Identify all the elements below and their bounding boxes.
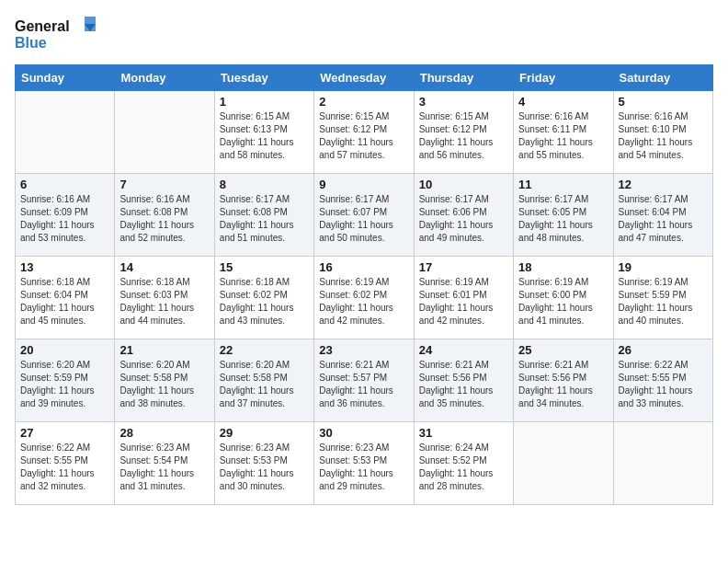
sunrise-text: Sunrise: 6:23 AM [220,442,309,454]
sunset-text: Sunset: 5:58 PM [220,372,309,385]
calendar-cell: 9Sunrise: 6:17 AMSunset: 6:07 PMDaylight… [314,173,414,256]
daylight-text: Daylight: 11 hours and 35 minutes. [419,385,508,410]
calendar-cell: 2Sunrise: 6:15 AMSunset: 6:12 PMDaylight… [314,90,414,173]
sunset-text: Sunset: 6:10 PM [619,123,708,136]
day-info: Sunrise: 6:15 AMSunset: 6:12 PMDaylight:… [319,110,408,162]
calendar-cell: 22Sunrise: 6:20 AMSunset: 5:58 PMDayligh… [214,339,313,421]
day-info: Sunrise: 6:20 AMSunset: 5:58 PMDaylight:… [119,359,209,410]
daylight-text: Daylight: 11 hours and 49 minutes. [419,219,508,245]
calendar-cell: 14Sunrise: 6:18 AMSunset: 6:03 PMDayligh… [115,256,214,339]
day-number: 4 [518,95,608,109]
sunset-text: Sunset: 6:05 PM [518,206,608,219]
day-info: Sunrise: 6:17 AMSunset: 6:06 PMDaylight:… [419,193,508,245]
calendar-cell: 8Sunrise: 6:17 AMSunset: 6:08 PMDaylight… [214,173,313,256]
daylight-text: Daylight: 11 hours and 51 minutes. [220,219,309,245]
day-info: Sunrise: 6:24 AMSunset: 5:52 PMDaylight:… [419,442,508,493]
day-number: 24 [419,343,508,357]
calendar-cell: 20Sunrise: 6:20 AMSunset: 5:59 PMDayligh… [16,339,115,421]
day-number: 19 [619,260,708,274]
calendar-cell: 1Sunrise: 6:15 AMSunset: 6:13 PMDaylight… [214,90,313,173]
day-number: 22 [220,343,309,357]
calendar-cell: 25Sunrise: 6:21 AMSunset: 5:56 PMDayligh… [514,339,613,421]
svg-text:Blue: Blue [15,35,47,51]
day-info: Sunrise: 6:15 AMSunset: 6:13 PMDaylight:… [220,110,309,162]
calendar-cell: 23Sunrise: 6:21 AMSunset: 5:57 PMDayligh… [314,339,414,421]
weekday-header-wednesday: Wednesday [314,64,414,90]
day-number: 14 [119,260,209,274]
calendar-cell: 29Sunrise: 6:23 AMSunset: 5:53 PMDayligh… [214,421,313,504]
calendar-cell: 15Sunrise: 6:18 AMSunset: 6:02 PMDayligh… [214,256,313,339]
calendar-cell: 30Sunrise: 6:23 AMSunset: 5:53 PMDayligh… [314,421,414,504]
daylight-text: Daylight: 11 hours and 45 minutes. [20,302,109,327]
daylight-text: Daylight: 11 hours and 48 minutes. [518,219,608,245]
day-number: 6 [20,178,109,191]
sunrise-text: Sunrise: 6:22 AM [20,442,109,454]
svg-text:General: General [15,18,70,34]
day-info: Sunrise: 6:19 AMSunset: 5:59 PMDaylight:… [619,276,708,327]
calendar-cell: 11Sunrise: 6:17 AMSunset: 6:05 PMDayligh… [514,173,613,256]
sunrise-text: Sunrise: 6:16 AM [20,193,109,206]
calendar-cell [613,421,712,504]
calendar-cell: 17Sunrise: 6:19 AMSunset: 6:01 PMDayligh… [414,256,513,339]
weekday-header-friday: Friday [514,64,613,90]
day-number: 5 [619,95,708,109]
day-number: 3 [419,95,508,109]
calendar-cell: 18Sunrise: 6:19 AMSunset: 6:00 PMDayligh… [514,256,613,339]
sunrise-text: Sunrise: 6:16 AM [619,110,708,123]
daylight-text: Daylight: 11 hours and 47 minutes. [619,219,708,245]
sunrise-text: Sunrise: 6:17 AM [319,193,408,206]
sunset-text: Sunset: 6:08 PM [119,206,209,219]
sunset-text: Sunset: 5:55 PM [619,372,708,385]
day-info: Sunrise: 6:23 AMSunset: 5:54 PMDaylight:… [119,442,209,493]
daylight-text: Daylight: 11 hours and 55 minutes. [518,136,608,162]
day-info: Sunrise: 6:23 AMSunset: 5:53 PMDaylight:… [220,442,309,493]
calendar-cell: 12Sunrise: 6:17 AMSunset: 6:04 PMDayligh… [613,173,712,256]
daylight-text: Daylight: 11 hours and 29 minutes. [319,467,408,493]
sunrise-text: Sunrise: 6:17 AM [419,193,508,206]
day-number: 26 [619,343,708,357]
day-number: 21 [119,343,209,357]
calendar-cell: 3Sunrise: 6:15 AMSunset: 6:12 PMDaylight… [414,90,513,173]
sunset-text: Sunset: 6:12 PM [419,123,508,136]
sunset-text: Sunset: 6:11 PM [518,123,608,136]
day-info: Sunrise: 6:22 AMSunset: 5:55 PMDaylight:… [619,359,708,410]
calendar-cell [115,90,214,173]
calendar-cell: 31Sunrise: 6:24 AMSunset: 5:52 PMDayligh… [414,421,513,504]
daylight-text: Daylight: 11 hours and 50 minutes. [319,219,408,245]
calendar-cell: 21Sunrise: 6:20 AMSunset: 5:58 PMDayligh… [115,339,214,421]
sunset-text: Sunset: 5:54 PM [119,454,209,467]
daylight-text: Daylight: 11 hours and 36 minutes. [319,385,408,410]
sunrise-text: Sunrise: 6:15 AM [220,110,309,123]
day-info: Sunrise: 6:23 AMSunset: 5:53 PMDaylight:… [319,442,408,493]
day-info: Sunrise: 6:19 AMSunset: 6:02 PMDaylight:… [319,276,408,327]
day-number: 2 [319,95,408,109]
day-number: 17 [419,260,508,274]
sunset-text: Sunset: 5:59 PM [619,289,708,302]
sunset-text: Sunset: 5:59 PM [20,372,109,385]
calendar-cell: 28Sunrise: 6:23 AMSunset: 5:54 PMDayligh… [115,421,214,504]
sunset-text: Sunset: 6:04 PM [619,206,708,219]
day-info: Sunrise: 6:19 AMSunset: 6:00 PMDaylight:… [518,276,608,327]
calendar-cell: 13Sunrise: 6:18 AMSunset: 6:04 PMDayligh… [16,256,115,339]
sunset-text: Sunset: 6:00 PM [518,289,608,302]
day-info: Sunrise: 6:17 AMSunset: 6:08 PMDaylight:… [220,193,309,245]
day-info: Sunrise: 6:16 AMSunset: 6:10 PMDaylight:… [619,110,708,162]
sunset-text: Sunset: 5:58 PM [119,372,209,385]
page-header: General Blue [15,15,713,57]
daylight-text: Daylight: 11 hours and 28 minutes. [419,467,508,493]
sunset-text: Sunset: 5:56 PM [419,372,508,385]
daylight-text: Daylight: 11 hours and 30 minutes. [220,467,309,493]
day-info: Sunrise: 6:19 AMSunset: 6:01 PMDaylight:… [419,276,508,327]
day-number: 18 [518,260,608,274]
sunrise-text: Sunrise: 6:16 AM [518,110,608,123]
day-info: Sunrise: 6:16 AMSunset: 6:11 PMDaylight:… [518,110,608,162]
daylight-text: Daylight: 11 hours and 39 minutes. [20,385,109,410]
day-number: 15 [220,260,309,274]
sunrise-text: Sunrise: 6:17 AM [220,193,309,206]
sunrise-text: Sunrise: 6:18 AM [20,276,109,289]
day-number: 10 [419,178,508,191]
daylight-text: Daylight: 11 hours and 41 minutes. [518,302,608,327]
calendar-cell: 16Sunrise: 6:19 AMSunset: 6:02 PMDayligh… [314,256,414,339]
sunrise-text: Sunrise: 6:19 AM [518,276,608,289]
sunrise-text: Sunrise: 6:19 AM [619,276,708,289]
